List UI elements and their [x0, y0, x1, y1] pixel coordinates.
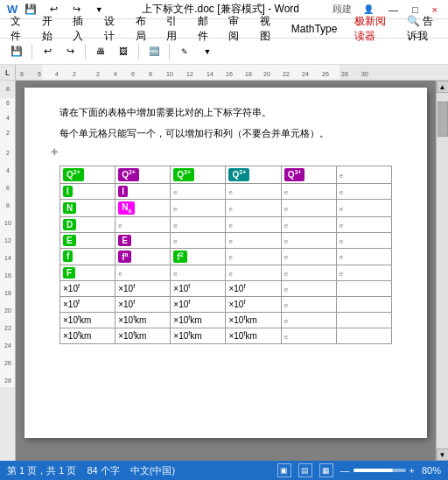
menu-insert[interactable]: 插入	[69, 12, 90, 46]
table-cell[interactable]: ×10f	[116, 296, 171, 312]
table-cell[interactable]: N	[60, 199, 116, 216]
scroll-track[interactable]	[437, 93, 449, 448]
table-cell[interactable]: ×10f	[226, 280, 281, 296]
table-cell[interactable]: e	[116, 265, 171, 280]
scroll-up-btn[interactable]: ▲	[437, 81, 449, 93]
table-cell[interactable]: Q3+	[226, 166, 281, 183]
toolbar-dropdown[interactable]: ▼	[198, 42, 217, 61]
menu-home[interactable]: 开始	[38, 12, 60, 46]
table-cell[interactable]: Q2+	[116, 166, 171, 183]
menu-tell-me[interactable]: 🔍 告诉我	[403, 12, 441, 46]
table-cell[interactable]: e	[281, 280, 336, 296]
table-cell[interactable]: ×10f	[60, 280, 116, 296]
table-cell[interactable]: e	[281, 328, 336, 343]
table-cell[interactable]	[336, 280, 391, 296]
table-cell[interactable]: f2	[171, 248, 226, 265]
table-cell[interactable]: e	[281, 312, 336, 328]
table-cell[interactable]: f	[60, 248, 116, 265]
table-cell[interactable]: e	[281, 296, 336, 312]
table-cell[interactable]: e	[226, 183, 281, 199]
table-cell[interactable]: ×10f	[171, 296, 226, 312]
table-cell[interactable]: ×10fkm	[171, 328, 226, 343]
table-cell[interactable]: ×10f	[60, 296, 116, 312]
menu-mathtype[interactable]: MathType	[288, 21, 341, 37]
toolbar-sep-4	[169, 44, 170, 60]
table-cell[interactable]: e	[171, 199, 226, 216]
table-cell[interactable]: ×10fkm	[60, 328, 116, 343]
table-cell[interactable]: Q3+	[281, 166, 336, 183]
table-cell[interactable]: e	[281, 216, 336, 232]
table-cell[interactable]: e	[171, 216, 226, 232]
table-cell[interactable]: Q2+	[60, 166, 116, 183]
toolbar-print2[interactable]: 🖼	[114, 42, 133, 61]
view-btn-2[interactable]: ▤	[298, 463, 312, 477]
menu-mail[interactable]: 邮件	[194, 12, 215, 46]
table-cell[interactable]: e	[226, 216, 281, 232]
table-cell[interactable]: e	[336, 166, 391, 183]
table-cell[interactable]: E	[116, 232, 171, 248]
table-cell[interactable]: I	[60, 183, 116, 199]
zoom-slider[interactable]	[354, 469, 406, 472]
table-cell[interactable]: e	[281, 265, 336, 280]
toolbar-redo[interactable]: ↪	[60, 42, 80, 61]
toolbar-undo[interactable]: ↩	[38, 42, 57, 61]
table-cell[interactable]: ×10f	[116, 280, 171, 296]
scroll-down-btn[interactable]: ▼	[437, 448, 449, 461]
table-cell[interactable]: e	[281, 199, 336, 216]
table-cell[interactable]: ×10f	[226, 296, 281, 312]
menu-file[interactable]: 文件	[7, 12, 28, 46]
table-cell[interactable]: ×10fkm	[116, 312, 171, 328]
ruler-corner[interactable]: L	[0, 65, 16, 81]
table-cell[interactable]: D	[60, 216, 116, 232]
table-cell[interactable]: e	[226, 199, 281, 216]
toolbar-print[interactable]: 🖶	[91, 42, 110, 61]
table-cell[interactable]: e	[336, 248, 391, 265]
table-cell[interactable]: e	[336, 232, 391, 248]
table-cell[interactable]: e	[336, 199, 391, 216]
table-cell[interactable]: e	[116, 216, 171, 232]
menu-view[interactable]: 视图	[256, 12, 277, 46]
menu-layout[interactable]: 布局	[132, 12, 153, 46]
table-cell[interactable]: e	[336, 265, 391, 280]
view-btn-3[interactable]: ▦	[319, 463, 333, 477]
toolbar-format-paint[interactable]: 🆕	[144, 42, 164, 61]
table-cell[interactable]: e	[336, 216, 391, 232]
table-cell[interactable]: e	[336, 183, 391, 199]
table-cell[interactable]: ×10fkm	[226, 328, 281, 343]
table-cell[interactable]: e	[171, 232, 226, 248]
table-cell[interactable]: e	[171, 183, 226, 199]
menu-review[interactable]: 审阅	[225, 12, 246, 46]
menu-ref[interactable]: 引用	[163, 12, 184, 46]
table-cell[interactable]: e	[226, 248, 281, 265]
table-cell[interactable]: ×10f	[171, 280, 226, 296]
table-cell[interactable]: e	[281, 248, 336, 265]
table-cell[interactable]: ×10fkm	[60, 312, 116, 328]
table-cell[interactable]: ×10fkm	[116, 328, 171, 343]
table-cell[interactable]: e	[281, 183, 336, 199]
table-cell[interactable]: Q3+	[171, 166, 226, 183]
menu-reader[interactable]: 极新阅读器	[351, 12, 392, 46]
table-cell[interactable]: ×10fkm	[171, 312, 226, 328]
zoom-level[interactable]: 80%	[422, 465, 441, 476]
table-cell[interactable]: Na	[116, 199, 171, 216]
table-cell[interactable]	[336, 312, 391, 328]
toolbar-save[interactable]: 💾	[7, 42, 26, 61]
table-cell[interactable]	[336, 296, 391, 312]
table-cell[interactable]: e	[281, 232, 336, 248]
table-cell[interactable]: fa	[116, 248, 171, 265]
table-cell[interactable]: e	[226, 232, 281, 248]
table-cell[interactable]: ×10fkm	[226, 312, 281, 328]
table-cell[interactable]: e	[171, 265, 226, 280]
view-btn-1[interactable]: ▣	[277, 463, 291, 477]
table-cell[interactable]: e	[226, 265, 281, 280]
scroll-thumb[interactable]	[438, 102, 448, 137]
zoom-out-btn[interactable]: —	[340, 465, 350, 476]
zoom-in-btn[interactable]: +	[410, 465, 415, 476]
table-cell[interactable]: I	[116, 183, 171, 199]
menu-design[interactable]: 设计	[101, 12, 122, 46]
svg-text:22: 22	[4, 325, 11, 331]
table-cell[interactable]: F	[60, 265, 116, 280]
table-cell[interactable]	[336, 328, 391, 343]
toolbar-extra[interactable]: ✎	[175, 42, 194, 61]
table-cell[interactable]: E	[60, 232, 116, 248]
